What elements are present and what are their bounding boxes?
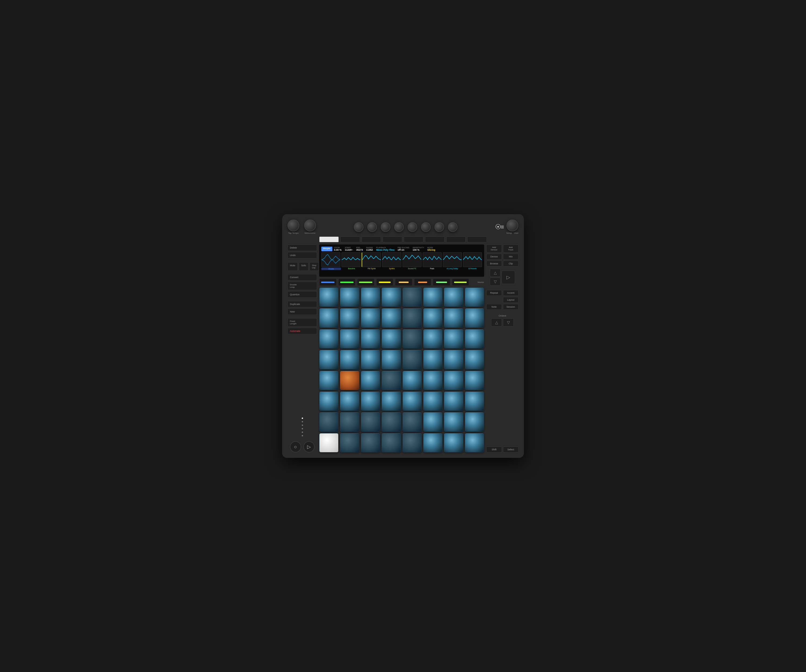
pad-7-4[interactable] (382, 412, 401, 431)
pad-2-7[interactable] (444, 308, 463, 327)
pad-6-2[interactable] (340, 391, 359, 411)
pad-3-3[interactable] (361, 329, 380, 348)
track-select-1[interactable] (319, 236, 339, 243)
mixer-ch-7[interactable] (433, 278, 450, 286)
track-select-7[interactable] (446, 236, 466, 243)
encoder-1[interactable] (354, 222, 363, 232)
pad-1-2[interactable] (340, 287, 359, 307)
pad-5-1[interactable] (319, 371, 339, 390)
pad-6-4[interactable] (382, 391, 401, 411)
pad-3-5[interactable] (403, 329, 422, 348)
encoder-6[interactable] (421, 222, 431, 232)
pad-3-8[interactable] (465, 329, 484, 348)
pad-4-7[interactable] (444, 350, 463, 369)
pad-3-1[interactable] (319, 329, 339, 348)
right-arrow[interactable]: ▷ (502, 271, 515, 284)
pad-6-1[interactable] (319, 391, 339, 411)
pad-4-2[interactable] (340, 350, 359, 369)
pad-4-3[interactable] (361, 350, 380, 369)
pad-6-5[interactable] (403, 391, 422, 411)
new-button[interactable]: New (287, 309, 317, 315)
pad-5-4[interactable] (382, 371, 401, 390)
pad-8-5[interactable] (403, 433, 422, 452)
pad-8-4[interactable] (382, 433, 401, 452)
play-button[interactable]: ▷ (303, 441, 315, 452)
mute-button[interactable]: Mute (287, 262, 298, 271)
shift-button[interactable]: Shift (486, 447, 502, 452)
track-select-4[interactable] (383, 236, 402, 243)
automate-button[interactable]: Automate (287, 328, 317, 334)
session-button[interactable]: Session (503, 304, 519, 310)
mixer-ch-4[interactable] (376, 278, 394, 286)
pad-1-1[interactable] (319, 287, 339, 307)
pad-7-6[interactable] (423, 412, 443, 431)
pad-7-5[interactable] (403, 412, 422, 431)
pad-7-1[interactable] (319, 412, 339, 431)
pad-3-6[interactable] (423, 329, 443, 348)
quantize-button[interactable]: Quantize (287, 291, 317, 298)
pad-1-6[interactable] (423, 287, 443, 307)
mixer-ch-5[interactable] (395, 278, 412, 286)
master-volume-knob[interactable] (507, 220, 518, 231)
solo-button[interactable]: Solo (299, 262, 309, 271)
pad-2-2[interactable] (340, 308, 359, 327)
pad-4-1[interactable] (319, 350, 339, 369)
pad-1-7[interactable] (444, 287, 463, 307)
pad-4-5[interactable] (403, 350, 422, 369)
pad-4-4[interactable] (382, 350, 401, 369)
pad-5-7[interactable] (444, 371, 463, 390)
octave-up-button[interactable]: △ (491, 319, 502, 327)
pad-1-8[interactable] (465, 287, 484, 307)
mixer-ch-1[interactable] (319, 278, 337, 286)
pad-7-7[interactable] (444, 412, 463, 431)
add-device-button[interactable]: AddDevice (486, 244, 502, 253)
track-select-5[interactable] (404, 236, 423, 243)
pad-4-8[interactable] (465, 350, 484, 369)
encoder-8[interactable] (448, 222, 458, 232)
pad-8-1[interactable] (319, 433, 339, 452)
mixer-ch-3[interactable] (357, 278, 375, 286)
pad-3-2[interactable] (340, 329, 359, 348)
pad-3-4[interactable] (382, 329, 401, 348)
track-select-8[interactable] (467, 236, 487, 243)
pad-3-7[interactable] (444, 329, 463, 348)
note-button[interactable]: Note (486, 304, 502, 310)
select-button[interactable]: Select (503, 447, 519, 452)
fixed-length-button[interactable]: FixedLength (287, 318, 317, 327)
track-select-2[interactable] (340, 236, 360, 243)
pad-6-8[interactable] (465, 391, 484, 411)
pad-8-7[interactable] (444, 433, 463, 452)
pad-7-3[interactable] (361, 412, 380, 431)
pad-2-6[interactable] (423, 308, 443, 327)
delete-button[interactable]: Delete (287, 244, 317, 251)
pad-1-5[interactable] (403, 287, 422, 307)
pad-5-3[interactable] (361, 371, 380, 390)
mixer-ch-2[interactable] (338, 278, 356, 286)
pad-6-6[interactable] (423, 391, 443, 411)
pad-1-3[interactable] (361, 287, 380, 307)
pad-8-2[interactable] (340, 433, 359, 452)
pad-8-6[interactable] (423, 433, 443, 452)
up-arrow[interactable]: △ (490, 269, 500, 277)
layout-button[interactable]: Layout (503, 297, 519, 303)
tap-tempo-knob[interactable] (287, 220, 299, 231)
stop-clip-button[interactable]: StopClip (309, 262, 319, 271)
pad-5-6[interactable] (423, 371, 443, 390)
metronome-knob[interactable] (304, 220, 316, 231)
track-select-6[interactable] (425, 236, 444, 243)
down-arrow[interactable]: ▽ (490, 277, 500, 286)
browse-button[interactable]: Browse (486, 261, 502, 267)
convert-button[interactable]: Convert (287, 274, 317, 281)
pad-5-2[interactable] (340, 371, 359, 390)
double-loop-button[interactable]: DoubleLoop (287, 282, 317, 290)
track-select-3[interactable] (362, 236, 381, 243)
pad-2-3[interactable] (361, 308, 380, 327)
pad-6-3[interactable] (361, 391, 380, 411)
encoder-5[interactable] (408, 222, 417, 232)
undo-button[interactable]: Undo (287, 252, 317, 259)
pad-2-1[interactable] (319, 308, 339, 327)
pad-5-8[interactable] (465, 371, 484, 390)
pad-8-3[interactable] (361, 433, 380, 452)
pad-7-8[interactable] (465, 412, 484, 431)
device-button[interactable]: Device (486, 254, 502, 259)
